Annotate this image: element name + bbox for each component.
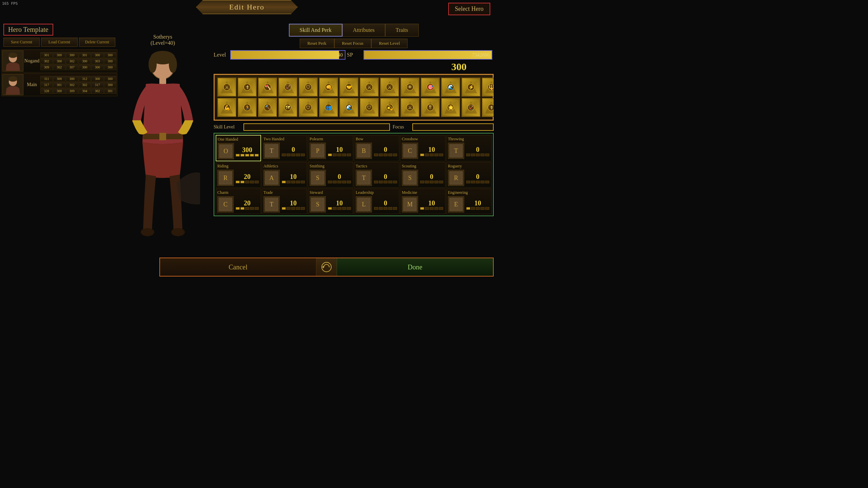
svg-rect-10	[159, 78, 166, 85]
skill-cell[interactable]: Leadership L 0	[354, 188, 399, 214]
hero-item[interactable]: Main311300300312300300317301302302317300…	[1, 73, 117, 96]
stat-cell: 309	[40, 64, 53, 70]
perk-icon[interactable]: 👁	[400, 78, 419, 97]
reset-level-button[interactable]: Reset Level	[371, 39, 408, 48]
skill-pips	[327, 154, 352, 156]
perk-icon[interactable]: 👊	[319, 78, 338, 97]
scroll-arrow[interactable]: ▼	[491, 93, 494, 102]
skill-cell[interactable]: Bow B 0	[354, 135, 399, 161]
fps-counter: 165 FPS	[2, 1, 18, 6]
perk-icon[interactable]: 🤝	[339, 78, 358, 97]
delete-current-button[interactable]: Delete Current	[79, 38, 115, 47]
perk-icon[interactable]: 💪	[217, 98, 236, 117]
perk-icon[interactable]: ⚡	[461, 78, 480, 97]
perk-icon[interactable]: 🛡	[299, 98, 318, 117]
pip	[250, 154, 254, 157]
load-current-button[interactable]: Load Current	[41, 38, 77, 47]
perk-icon[interactable]: 🔨	[258, 98, 277, 117]
skill-body: C 10	[402, 143, 444, 159]
reset-perk-button[interactable]: Reset Perk	[300, 39, 334, 48]
skill-cell[interactable]: Medicine M 10	[400, 188, 446, 214]
reset-icon-button[interactable]	[316, 258, 337, 276]
skill-cell[interactable]: Trade T 10	[262, 188, 307, 214]
stat-cell: 300	[53, 76, 66, 82]
svg-text:B: B	[362, 147, 366, 154]
action-buttons: Reset Perk Reset Focus Reset Level	[214, 39, 494, 48]
skill-right: 0	[466, 173, 490, 183]
perk-icon[interactable]: 🗺	[278, 98, 297, 117]
skill-cell[interactable]: Smithing S 0	[308, 162, 353, 188]
perk-icon[interactable]: 🎯	[421, 78, 440, 97]
skill-icon: T	[263, 196, 280, 212]
perk-icon[interactable]: 🎖	[421, 98, 440, 117]
skill-cell[interactable]: Athletics A 10	[262, 162, 307, 188]
skill-value: 10	[419, 146, 444, 154]
perk-icon[interactable]: 🛡	[360, 98, 379, 117]
skill-name: Smithing	[310, 164, 352, 169]
pip	[388, 181, 392, 183]
perk-icon[interactable]: 👥	[319, 98, 338, 117]
pip	[425, 154, 429, 156]
perk-icon[interactable]: 💫	[380, 98, 399, 117]
pip	[328, 181, 332, 183]
skill-cell[interactable]: Scouting S 0	[400, 162, 446, 188]
perk-icon[interactable]: 🗡	[238, 78, 257, 97]
skill-cell[interactable]: Polearm P 10	[308, 135, 353, 161]
pip	[425, 181, 429, 183]
stat-cell: 300	[91, 76, 104, 82]
perk-icon[interactable]: 🏹	[461, 98, 480, 117]
perks-grid: ⚔ 🗡 🪓 🏹 🛡 👊	[217, 78, 490, 117]
perk-icon[interactable]: 🌊	[441, 78, 460, 97]
pip	[485, 181, 489, 183]
pip	[383, 154, 388, 156]
svg-text:🏃: 🏃	[244, 105, 251, 110]
pip	[434, 207, 438, 210]
perk-icon[interactable]: 🏹	[278, 78, 297, 97]
cancel-button[interactable]: Cancel	[160, 258, 316, 276]
skill-cell[interactable]: Crossbow C 10	[400, 135, 446, 161]
svg-point-13	[141, 228, 154, 236]
svg-text:🤝: 🤝	[346, 84, 352, 90]
pip	[342, 207, 346, 210]
reset-focus-button[interactable]: Reset Focus	[334, 39, 371, 48]
perk-icon[interactable]: ⚔	[400, 98, 419, 117]
skill-cell[interactable]: Steward S 10	[308, 188, 353, 214]
perk-icon[interactable]: ⚔	[217, 78, 236, 97]
level-value: 40	[338, 52, 343, 58]
tab-traits[interactable]: Traits	[385, 24, 419, 37]
perk-icon[interactable]: 🌟	[441, 98, 460, 117]
svg-text:🔱: 🔱	[489, 84, 494, 90]
perk-icon[interactable]: ⚔	[360, 78, 379, 97]
skill-pips	[419, 181, 444, 183]
skill-cell[interactable]: One Handed O 300	[216, 135, 261, 161]
stat-cell: 301	[40, 52, 53, 58]
select-hero-button[interactable]: Select Hero	[448, 3, 490, 15]
save-current-button[interactable]: Save Current	[3, 38, 40, 47]
perk-icon[interactable]: 🪓	[258, 78, 277, 97]
pip	[379, 154, 383, 156]
perk-icon[interactable]: 🛡	[299, 78, 318, 97]
skill-cell[interactable]: Roguery R 0	[446, 162, 492, 188]
pip	[466, 181, 470, 183]
tab-attributes[interactable]: Attributes	[342, 24, 385, 37]
skill-cell[interactable]: Throwing T 0	[446, 135, 492, 161]
stat-cell: 302	[66, 58, 78, 64]
perk-icon[interactable]: 🌊	[339, 98, 358, 117]
perk-icon[interactable]: ⚔	[380, 78, 399, 97]
skill-cell[interactable]: Engineering E 10	[446, 188, 492, 214]
svg-text:🛡: 🛡	[367, 105, 372, 110]
perk-icon[interactable]: 🏃	[238, 98, 257, 117]
skill-cell[interactable]: Tactics T 0	[354, 162, 399, 188]
svg-point-8	[149, 56, 157, 73]
done-button[interactable]: Done	[337, 258, 493, 276]
skill-cell[interactable]: Riding R 20	[216, 162, 261, 188]
pip	[439, 207, 443, 210]
sp-progress-bar: 7342086	[363, 50, 492, 60]
hero-item[interactable]: Nogand3013003003013003003023003023003033…	[1, 49, 117, 73]
skill-cell[interactable]: Two Handed T 0	[262, 135, 307, 161]
skill-cell[interactable]: Charm C 20	[216, 188, 261, 214]
skill-pips	[466, 154, 490, 156]
skill-icon: C	[402, 143, 418, 159]
tab-skill-perk[interactable]: Skill And Perk	[289, 24, 342, 37]
pip	[420, 207, 424, 210]
